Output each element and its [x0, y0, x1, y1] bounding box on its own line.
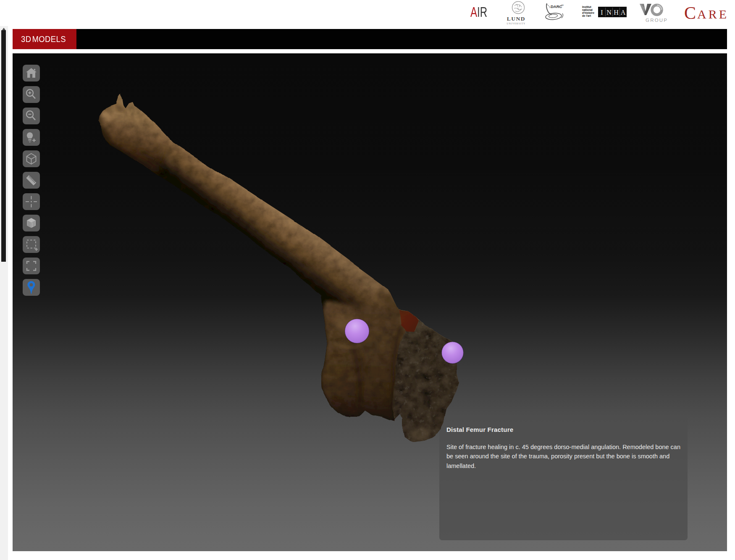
svg-text:GROUP: GROUP — [646, 18, 668, 23]
svg-text:N: N — [606, 9, 612, 16]
svg-text:lab: lab — [561, 4, 564, 6]
svg-text:I: I — [601, 9, 603, 16]
svg-text:A: A — [621, 9, 626, 16]
svg-text:DARC: DARC — [551, 4, 562, 9]
svg-text:H: H — [614, 9, 619, 16]
